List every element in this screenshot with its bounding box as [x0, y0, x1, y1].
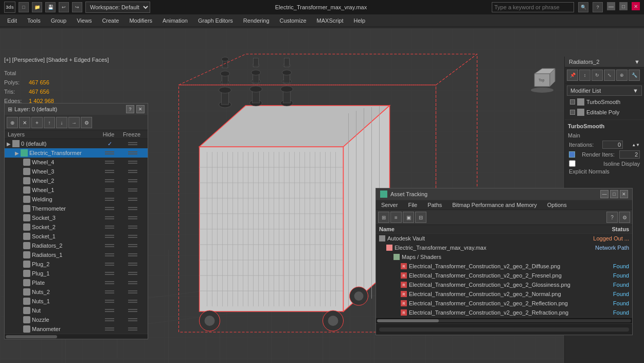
editablepoly-checkbox[interactable] — [570, 110, 575, 115]
asset-minimize-btn[interactable]: — — [600, 190, 609, 198]
asset-row-7[interactable]: R Electrical_Transformer_Construction_v2… — [376, 299, 632, 308]
layer-row-14[interactable]: Plug_1 — [5, 269, 148, 278]
layer-expand-0[interactable]: ▶ — [7, 141, 11, 147]
layer-hide-5[interactable] — [99, 188, 120, 192]
asset-menu-file[interactable]: File — [403, 200, 422, 210]
layer-hide-20[interactable] — [99, 327, 120, 331]
layer-freeze-12[interactable] — [120, 253, 146, 256]
layer-row-18[interactable]: Nut — [5, 306, 148, 315]
layer-hide-13[interactable] — [99, 263, 120, 266]
layer-freeze-2[interactable] — [120, 161, 146, 164]
layer-row-13[interactable]: Plug_2 — [5, 260, 148, 269]
menu-edit[interactable]: Edit — [2, 16, 22, 25]
menu-maxscript[interactable]: MAXScript — [312, 16, 349, 25]
layer-hide-3[interactable] — [99, 170, 120, 173]
menu-customize[interactable]: Customize — [275, 16, 312, 25]
asset-row-2[interactable]: Maps / Shaders — [376, 252, 632, 262]
layer-row-2[interactable]: Wheel_4 — [5, 158, 148, 167]
maximize-button[interactable]: □ — [619, 2, 628, 10]
layer-row-3[interactable]: Wheel_3 — [5, 167, 148, 176]
layer-hide-electric[interactable] — [99, 151, 120, 154]
layers-help-btn[interactable]: ? — [126, 105, 134, 113]
asset-row-1[interactable]: Electric_Transformer_max_vray.max Networ… — [376, 243, 632, 252]
layer-freeze-15[interactable] — [120, 281, 146, 284]
layers-tb-move-down[interactable]: ↓ — [56, 117, 67, 128]
asset-scrollbar[interactable] — [376, 317, 632, 323]
asset-tb-btn-2[interactable]: ≡ — [390, 212, 402, 223]
close-button[interactable]: ✕ — [632, 2, 640, 10]
workspace-select[interactable]: Workspace: Default — [85, 2, 150, 13]
asset-row-4[interactable]: R Electrical_Transformer_Construction_v2… — [376, 271, 632, 280]
layer-freeze-19[interactable] — [120, 318, 146, 321]
layer-row-11[interactable]: Radiators_2 — [5, 241, 148, 250]
perspective-cube[interactable]: Top — [527, 63, 558, 94]
menu-modifiers[interactable]: Modifiers — [124, 16, 157, 25]
rp-rotate-btn[interactable]: ↻ — [592, 70, 603, 81]
asset-row-0[interactable]: Autodesk Vault Logged Out ... — [376, 234, 632, 243]
layer-hide-11[interactable] — [99, 244, 120, 247]
layers-titlebar[interactable]: ⊞ Layer: 0 (default) ? ✕ — [5, 103, 148, 115]
layers-tb-settings[interactable]: ⚙ — [81, 117, 92, 128]
layer-hide-4[interactable] — [99, 179, 120, 182]
layers-tb-move-up[interactable]: ↑ — [44, 117, 55, 128]
asset-tb-btn-3[interactable]: ▣ — [403, 212, 414, 223]
layer-hide-16[interactable] — [99, 290, 120, 293]
layer-row-20[interactable]: Manometer — [5, 324, 148, 334]
layer-row-8[interactable]: Socket_3 — [5, 213, 148, 222]
layer-freeze-11[interactable] — [120, 244, 146, 247]
redo-btn[interactable]: ↪ — [72, 2, 82, 12]
layers-tb-select[interactable]: ⊕ — [7, 117, 18, 128]
layer-hide-7[interactable] — [99, 207, 120, 210]
layer-freeze-4[interactable] — [120, 179, 146, 182]
layer-freeze-18[interactable] — [120, 309, 146, 312]
layer-freeze-13[interactable] — [120, 263, 146, 266]
ts-iterations-input[interactable] — [602, 141, 623, 149]
layer-hide-19[interactable] — [99, 318, 120, 321]
rp-move-btn[interactable]: ↕ — [579, 70, 591, 81]
rp-utility-btn[interactable]: 🔧 — [629, 70, 640, 81]
layers-scrollbar[interactable] — [5, 334, 148, 339]
layers-tb-add[interactable]: + — [31, 117, 43, 128]
layer-freeze-9[interactable] — [120, 226, 146, 229]
layer-row-4[interactable]: Wheel_2 — [5, 176, 148, 185]
layers-tb-move-to[interactable]: → — [68, 117, 80, 128]
layer-freeze-6[interactable] — [120, 198, 146, 201]
ts-iterations-spin-up[interactable]: ▲▼ — [632, 143, 640, 147]
asset-row-6[interactable]: R Electrical_Transformer_Construction_v2… — [376, 289, 632, 299]
layers-scroll-thumb[interactable] — [6, 335, 57, 338]
layer-row-6[interactable]: Welding — [5, 195, 148, 204]
ts-renderiters-checkbox[interactable] — [569, 151, 575, 158]
asset-maximize-btn[interactable]: □ — [610, 190, 618, 198]
modifier-list-header[interactable]: Modifier List ▼ — [567, 85, 642, 96]
minimize-button[interactable]: — — [607, 2, 615, 10]
asset-menu-options[interactable]: Options — [542, 200, 572, 210]
asset-tb-help-btn[interactable]: ? — [606, 212, 618, 223]
layer-row-9[interactable]: Socket_2 — [5, 222, 148, 232]
layer-freeze-14[interactable] — [120, 272, 146, 275]
menu-group[interactable]: Group — [46, 16, 72, 25]
modifier-turbosmooth[interactable]: TurboSmooth — [567, 97, 642, 107]
layer-row-electric[interactable]: ▶ Electric_Transformer — [5, 148, 148, 158]
layer-freeze-10[interactable] — [120, 235, 146, 238]
ts-isoline-checkbox[interactable] — [569, 160, 576, 167]
layer-hide-18[interactable] — [99, 309, 120, 312]
new-btn[interactable]: □ — [19, 2, 29, 12]
asset-row-8[interactable]: R Electrical_Transformer_Construction_v2… — [376, 308, 632, 317]
layer-hide-2[interactable] — [99, 161, 120, 164]
ts-renderiters-input[interactable] — [619, 150, 640, 159]
open-btn[interactable]: 📁 — [32, 2, 42, 12]
layer-freeze-8[interactable] — [120, 216, 146, 219]
modifier-editable-poly[interactable]: Editable Poly — [567, 107, 642, 117]
asset-menu-paths[interactable]: Paths — [422, 200, 447, 210]
menu-views[interactable]: Views — [71, 16, 97, 25]
layer-hide-8[interactable] — [99, 216, 120, 219]
rp-dropdown-icon[interactable]: ▼ — [634, 59, 640, 65]
menu-animation[interactable]: Animation — [157, 16, 193, 25]
layer-row-0[interactable]: ▶ 0 (default) ✓ — [5, 139, 148, 148]
asset-menu-bitmap[interactable]: Bitmap Performance and Memory — [447, 200, 542, 210]
undo-btn[interactable]: ↩ — [59, 2, 69, 12]
layer-row-10[interactable]: Socket_1 — [5, 232, 148, 241]
search-input[interactable] — [492, 2, 574, 12]
layer-freeze-17[interactable] — [120, 300, 146, 303]
rp-hier-btn[interactable]: ⊕ — [616, 70, 628, 81]
